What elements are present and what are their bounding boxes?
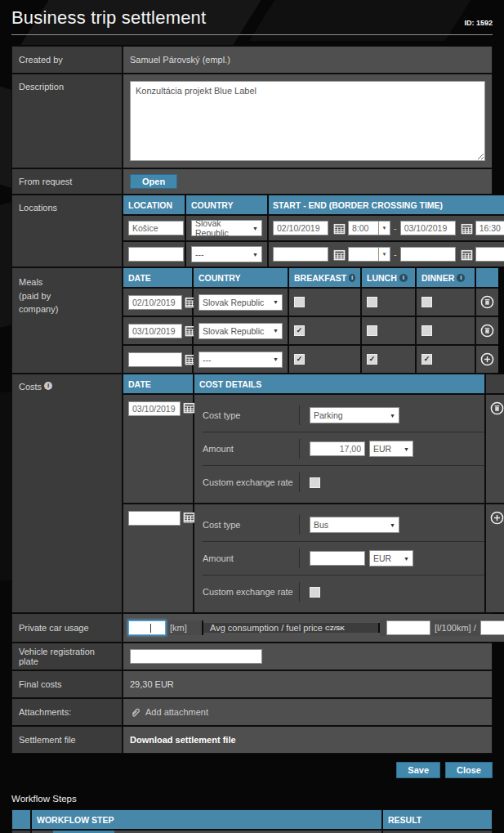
dinner-checkbox[interactable] [421,297,432,307]
start-date-input[interactable] [273,221,328,235]
location-row-new: --- ▼ ▼ - ▼ [123,242,504,266]
breakfast-checkbox[interactable]: ✓ [294,354,305,365]
end-time-input[interactable] [475,247,504,262]
meal-row: Slovak Republic▼ [123,289,498,317]
open-request-button[interactable]: Open [130,174,177,189]
time-dropdown-icon[interactable]: ▼ [378,247,390,262]
cost-type-select[interactable]: Parking▼ [310,407,399,423]
chevron-down-icon: ▼ [400,556,409,562]
locations-col-start-end: START - END (BORDER CROSSING TIME) [269,195,504,214]
costs-col-date: DATE [123,374,194,393]
cost-date-input[interactable] [128,401,181,416]
costs-label: Costs [12,374,122,612]
calendar-icon[interactable] [333,222,346,235]
row-settlement-file: Settlement file Download settlement file [12,727,492,753]
start-time-input[interactable] [348,247,378,262]
add-attachment-link[interactable]: Add attachment [145,707,208,717]
location-country-select[interactable]: Slovak Republic ▼ [191,220,262,236]
titlebar: Business trip settlement ID: 1592 [11,0,493,29]
amount-input[interactable] [310,441,365,456]
calendar-icon[interactable] [461,249,473,261]
breakfast-checkbox[interactable]: ✓ [294,325,305,336]
meals-col-country: COUNTRY [194,268,289,287]
end-date-input[interactable] [400,221,456,235]
end-time-input[interactable] [475,221,504,235]
meals-col-dinner: DINNER [417,268,476,287]
start-time-input[interactable] [348,221,378,235]
end-time-combo[interactable]: ▼ [475,247,504,262]
chevron-down-icon: ▼ [386,413,395,419]
description-textarea[interactable]: Konzultácia projekt Blue Label [130,81,485,161]
lunch-checkbox[interactable] [367,325,377,336]
info-icon[interactable] [399,274,408,282]
info-icon[interactable] [457,274,465,282]
remove-row-icon[interactable] [490,401,504,415]
chevron-down-icon: ▼ [270,328,279,334]
cost-date-input[interactable] [128,511,181,526]
download-settlement-file-link[interactable]: Download settlement file [130,735,236,745]
calendar-icon[interactable] [183,511,195,523]
amount-label: Amount [203,553,299,563]
close-button[interactable]: Close [445,762,493,778]
cost-type-select[interactable]: Bus▼ [310,517,399,533]
remove-row-icon[interactable] [480,295,494,309]
amount-label: Amount [203,444,299,454]
meals-table: DATE COUNTRY BREAKFAST LUNCH DINNER [123,268,498,373]
lunch-checkbox[interactable]: ✓ [367,354,377,365]
chevron-down-icon: ▼ [270,299,279,305]
lunch-checkbox[interactable] [367,297,377,307]
info-icon[interactable] [44,382,52,390]
start-time-combo[interactable]: ▼ [348,221,390,235]
meal-country-select[interactable]: ---▼ [198,352,283,368]
calendar-icon[interactable] [333,249,346,261]
costs-col-actions [486,374,504,393]
save-button[interactable]: Save [396,762,440,778]
workflow-steps-title: Workflow Steps [11,794,493,804]
calendar-icon[interactable] [183,401,195,414]
remove-row-icon[interactable] [480,324,494,338]
costs-header-row: DATE COST DETAILS [123,374,504,395]
row-created-by: Created by Samuel Párovský (empl.) [12,47,492,74]
calendar-icon[interactable] [461,222,473,235]
currency-select[interactable]: EUR▼ [369,441,413,457]
add-row-icon[interactable] [490,511,504,525]
vehicle-plate-label: Vehicle registration plate [12,643,122,670]
dinner-checkbox[interactable]: ✓ [421,354,432,365]
attachments-label: Attachments: [12,699,122,725]
location-input[interactable] [128,247,184,262]
fuel-price-input[interactable] [480,620,504,635]
meal-date-input[interactable] [128,352,182,367]
page-title: Business trip settlement [11,7,206,29]
from-request-label: From request [12,169,122,194]
custom-exchange-rate-checkbox[interactable] [310,587,320,598]
start-date-input[interactable] [273,247,328,262]
private-car-label: Private car usage [12,614,122,642]
meal-country-select[interactable]: Slovak Republic▼ [198,294,283,311]
meal-date-input[interactable] [128,295,182,310]
meal-country-select[interactable]: Slovak Republic▼ [198,323,283,339]
row-from-request: From request Open [12,169,492,195]
vehicle-plate-input[interactable] [130,649,262,664]
row-description: Description Konzultácia projekt Blue Lab… [12,74,492,169]
time-dropdown-icon[interactable]: ▼ [378,221,390,235]
consumption-input[interactable] [386,620,430,635]
end-date-input[interactable] [400,247,456,262]
end-time-combo[interactable]: ▼ [475,221,504,235]
meal-date-input[interactable] [128,324,182,338]
custom-exchange-rate-checkbox[interactable] [310,477,320,488]
dinner-checkbox[interactable] [421,325,432,336]
locations-label: Locations [12,195,122,266]
breakfast-checkbox[interactable] [294,297,305,307]
info-icon[interactable] [349,274,355,282]
chevron-down-icon: ▼ [249,252,258,258]
amount-input[interactable] [310,551,365,566]
meals-label: Meals (paid by company) [12,268,122,373]
add-row-icon[interactable] [480,352,494,366]
location-input[interactable] [128,221,184,235]
location-country-select[interactable]: --- ▼ [191,246,262,262]
start-time-combo[interactable]: ▼ [348,247,390,262]
workflow-col-index [12,810,32,829]
custom-exchange-rate-label: Custom exchange rate [203,587,299,597]
currency-select[interactable]: EUR▼ [369,550,413,567]
km-input[interactable] [128,620,166,635]
